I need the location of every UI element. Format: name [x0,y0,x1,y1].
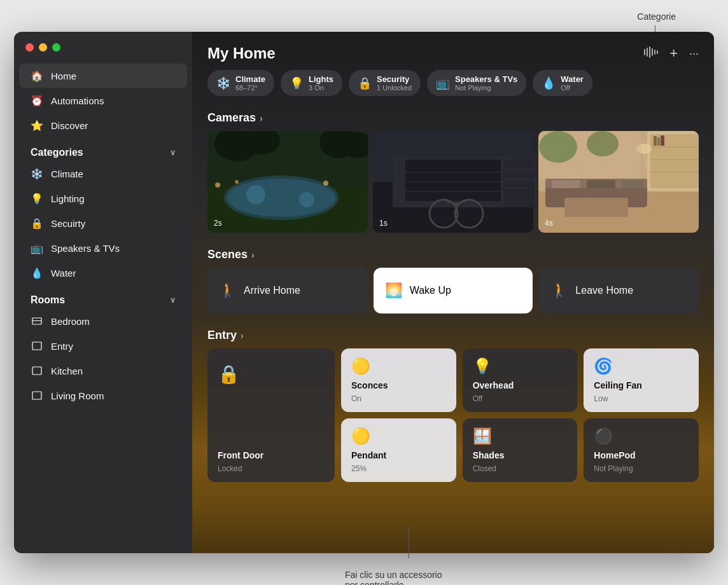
pill-climate[interactable]: ❄️ Climate 68–72° [207,70,274,96]
traffic-light-red[interactable] [25,43,34,52]
scenes-section-header[interactable]: Scenes › [192,243,714,268]
camera-2[interactable]: 1s [373,131,533,233]
pill-speakers[interactable]: 📺 Speakers & TVs Not Playing [427,70,526,96]
security-icon: 🔒 [31,217,43,230]
speakers-pill-text: Speakers & TVs Not Playing [455,74,517,92]
camera-3[interactable]: 4s [538,131,699,233]
sidebar-item-entry-label: Entry [51,341,73,352]
sidebar-item-speakers[interactable]: 📺 Speakers & TVs [19,236,187,260]
device-overhead[interactable]: 💡 Overhead Off [463,348,578,412]
shades-status: Closed [473,464,568,473]
svg-rect-53 [587,180,615,188]
scene-leave-home[interactable]: 🚶 Leave Home [539,268,699,313]
sidebar-item-bedroom[interactable]: Bedroom [19,309,187,333]
lighting-icon: 💡 [31,192,43,205]
add-icon[interactable]: + [669,45,678,62]
ceiling-fan-status: Low [594,394,689,403]
lights-pill-label: Lights [309,74,333,84]
sidebar-item-kitchen[interactable]: Kitchen [19,359,187,383]
sidebar-item-speakers-label: Speakers & TVs [51,243,120,254]
svg-rect-48 [657,137,660,146]
pendant-name: Pendant [351,450,446,460]
sidebar-item-water-label: Water [51,268,76,279]
sidebar-item-lighting[interactable]: 💡 Lighting [19,186,187,210]
sidebar-item-lighting-label: Lighting [51,193,85,204]
device-ceiling-fan[interactable]: 🌀 Ceiling Fan Low [584,348,699,412]
water-pill-label: Water [561,74,584,84]
climate-pill-text: Climate 68–72° [235,74,265,92]
entry-devices-grid: 🔒 Front Door Locked 🟡 Sconces On 💡 Overh… [192,348,714,492]
sidebar-item-entry[interactable]: Entry [19,334,187,358]
waveform-icon[interactable] [644,46,658,61]
water-icon: 💧 [31,266,43,279]
pill-lights[interactable]: 💡 Lights 3 On [281,70,342,96]
categories-header[interactable]: Categories ∨ [19,138,187,161]
sidebar-item-livingroom-label: Living Room [51,390,104,401]
cameras-section-header[interactable]: Cameras › [192,106,714,131]
scene-arrive-home[interactable]: 🚶 Arrive Home [207,268,367,313]
svg-rect-2 [32,342,41,350]
svg-point-59 [539,131,577,163]
categories-label: Categories [31,147,83,158]
sidebar-item-automations[interactable]: ⏰ Automations [19,88,187,113]
svg-point-23 [323,181,328,186]
sidebar-item-bedroom-label: Bedroom [51,316,90,327]
device-shades[interactable]: 🪟 Shades Closed [463,418,578,482]
status-pills-row: ❄️ Climate 68–72° 💡 Lights 3 On [192,70,714,106]
traffic-light-green[interactable] [52,43,60,52]
sidebar-item-water[interactable]: 💧 Water [19,261,187,285]
svg-point-20 [299,192,314,207]
pendant-status: 25% [351,464,446,473]
leave-home-icon: 🚶 [550,282,568,299]
cameras-section-label: Cameras [207,111,256,125]
sidebar-item-security[interactable]: 🔒 Secuirty [19,211,187,235]
scene-wake-up[interactable]: 🌅 Wake Up [374,268,533,313]
entry-section-header[interactable]: Entry › [192,324,714,348]
sidebar-item-discover-label: Discover [51,120,88,131]
page-title: My Home [207,45,276,62]
pill-water[interactable]: 💧 Water Off [533,70,592,96]
device-pendant[interactable]: 🟡 Pendant 25% [341,418,456,482]
device-homepod[interactable]: ⚫ HomePod Not Playing [584,418,699,482]
categories-chevron-icon: ∨ [170,148,176,157]
sidebar-nav: 🏠 Home ⏰ Automations ⭐ Discover Categori… [14,58,192,553]
sidebar-item-automations-label: Automations [51,95,104,106]
device-sconces[interactable]: 🟡 Sconces On [341,348,456,412]
more-options-icon[interactable]: ··· [689,47,699,60]
sidebar-item-climate-label: Climate [51,169,83,179]
main-scrollable: My Home + [192,32,714,553]
ceiling-fan-name: Ceiling Fan [594,380,689,390]
scenes-chevron-icon: › [251,250,255,260]
front-door-status: Locked [218,464,325,473]
main-content-area: My Home + [192,32,714,553]
shades-icon: 🪟 [473,427,568,445]
water-pill-text: Water Off [561,74,584,92]
svg-rect-1 [32,320,41,321]
traffic-lights [14,32,192,58]
device-front-door[interactable]: 🔒 Front Door Locked [207,348,335,482]
bedroom-icon [31,315,43,327]
camera-1[interactable]: 2s [207,131,368,233]
rooms-header[interactable]: Rooms ∨ [19,286,187,308]
svg-rect-52 [552,180,580,188]
svg-rect-54 [622,180,644,188]
sidebar-item-livingroom[interactable]: Living Room [19,383,187,408]
overhead-icon: 💡 [473,357,568,375]
sconces-name: Sconces [351,380,446,390]
discover-icon: ⭐ [31,119,43,132]
sidebar-item-discover[interactable]: ⭐ Discover [19,113,187,137]
page-header: My Home + [192,32,714,70]
ceiling-fan-icon: 🌀 [594,357,689,375]
homepod-name: HomePod [594,450,689,460]
sidebar-item-home[interactable]: 🏠 Home [19,64,187,88]
security-pill-icon: 🔒 [358,76,372,90]
header-actions: + ··· [644,45,699,62]
speakers-icon: 📺 [31,242,43,254]
svg-rect-5 [644,49,645,55]
svg-rect-8 [652,48,653,56]
traffic-light-yellow[interactable] [39,43,47,52]
svg-rect-27 [405,160,501,201]
entry-section-label: Entry [207,329,237,342]
pill-security[interactable]: 🔒 Security 1 Unlocked [349,70,421,96]
sidebar-item-climate[interactable]: ❄️ Climate [19,162,187,186]
